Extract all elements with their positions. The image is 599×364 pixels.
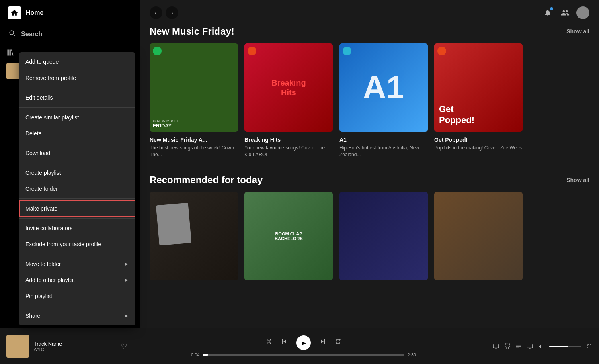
nav-buttons: ‹ › xyxy=(150,6,178,19)
context-menu-item-10[interactable]: Exclude from your taste profile xyxy=(19,236,135,252)
friends-button[interactable] xyxy=(559,6,572,19)
card-row1-2[interactable]: A1 A1 Hip-Hop's hottest from Australia, … xyxy=(339,43,428,158)
section-title-1: New Music Friday! xyxy=(150,26,234,37)
section-recommended: Recommended for today Show all BOOM CLAP… xyxy=(140,168,599,285)
card-title-2: A1 xyxy=(339,137,428,143)
player-info: Track Name Artist xyxy=(34,341,116,352)
card-title-1: Breaking Hits xyxy=(244,137,333,143)
card-image-1: BreakingHits xyxy=(244,43,333,132)
svg-point-2 xyxy=(155,49,159,53)
forward-button[interactable]: › xyxy=(166,6,178,19)
card-row2-3[interactable] xyxy=(434,192,523,285)
card-row2-2[interactable] xyxy=(339,192,428,285)
cards-row-1: ⊕ NEW MUSIC FRIDAY New Music Friday A...… xyxy=(150,43,589,158)
context-menu-item-13[interactable]: Pin playlist xyxy=(19,288,135,304)
player-track: Track Name xyxy=(34,341,116,347)
search-label: Search xyxy=(21,31,42,38)
context-menu-item-0[interactable]: Add to queue xyxy=(19,54,135,70)
section-header-2: Recommended for today Show all xyxy=(150,174,589,186)
menu-divider-1 xyxy=(19,88,135,88)
menu-divider-13 xyxy=(19,306,135,306)
context-menu-item-7[interactable]: Create folder xyxy=(19,181,135,197)
progress-row: 0:04 2:30 xyxy=(191,352,416,357)
home-label: Home xyxy=(26,9,43,16)
svg-rect-1 xyxy=(10,50,11,56)
rec-card-image-0 xyxy=(150,192,238,280)
main-header: ‹ › xyxy=(140,0,599,19)
context-menu-item-12[interactable]: Add to other playlist► xyxy=(19,272,135,288)
context-menu-item-1[interactable]: Remove from profile xyxy=(19,70,135,86)
menu-divider-4 xyxy=(19,143,135,143)
context-menu-item-5[interactable]: Download xyxy=(19,145,135,161)
time-current: 0:04 xyxy=(191,352,199,357)
menu-divider-8 xyxy=(19,218,135,219)
sidebar-search[interactable]: Search xyxy=(0,26,140,45)
section-header-1: New Music Friday! Show all xyxy=(150,26,589,37)
player-left: Track Name Artist ♡ xyxy=(6,335,127,358)
player-artist: Artist xyxy=(34,347,116,352)
main-content: ‹ › New Music Friday! Show all xyxy=(140,0,599,346)
volume-fill xyxy=(549,346,568,347)
context-menu: Add to queueRemove from profileEdit deta… xyxy=(19,52,135,325)
card-image-3: GetPopped! xyxy=(434,43,523,132)
context-menu-item-4[interactable]: Delete xyxy=(19,125,135,141)
search-icon xyxy=(8,29,16,39)
card-row1-1[interactable]: BreakingHits Breaking Hits Your new favo… xyxy=(244,43,333,158)
notifications-button[interactable] xyxy=(541,6,554,19)
user-avatar[interactable] xyxy=(576,6,589,19)
cards-row-2: BOOM CLAPBACHELORS xyxy=(150,192,589,285)
context-menu-item-11[interactable]: Move to folder► xyxy=(19,256,135,272)
show-all-button-1[interactable]: Show all xyxy=(566,28,589,35)
menu-divider-5 xyxy=(19,163,135,163)
context-menu-item-2[interactable]: Edit details xyxy=(19,90,135,106)
back-button[interactable]: ‹ xyxy=(150,6,162,19)
card-desc-0: The best new songs of the week! Cover: T… xyxy=(150,145,238,158)
show-all-button-2[interactable]: Show all xyxy=(566,177,589,183)
header-right xyxy=(541,6,589,19)
card-image-0: ⊕ NEW MUSIC FRIDAY xyxy=(150,43,238,132)
card-title-0: New Music Friday A... xyxy=(150,137,238,143)
context-menu-item-9[interactable]: Invite collaborators xyxy=(19,220,135,236)
card-row1-3[interactable]: GetPopped! Get Popped! Pop hits in the m… xyxy=(434,43,523,158)
submenu-arrow: ► xyxy=(124,261,129,267)
menu-divider-10 xyxy=(19,254,135,254)
home-icon xyxy=(8,6,21,19)
context-menu-item-6[interactable]: Create playlist xyxy=(19,165,135,181)
card-row2-0[interactable] xyxy=(150,192,238,285)
card-row1-0[interactable]: ⊕ NEW MUSIC FRIDAY New Music Friday A...… xyxy=(150,43,238,158)
context-menu-item-14[interactable]: Share► xyxy=(19,308,135,324)
volume-bar[interactable] xyxy=(549,346,581,347)
menu-divider-2 xyxy=(19,107,135,108)
time-total: 2:30 xyxy=(408,352,416,357)
card-row2-1[interactable]: BOOM CLAPBACHELORS xyxy=(244,192,333,285)
progress-fill xyxy=(203,354,208,356)
svg-rect-0 xyxy=(8,50,9,56)
section-title-2: Recommended for today xyxy=(150,174,263,186)
rec-card-image-1: BOOM CLAPBACHELORS xyxy=(244,192,333,280)
menu-divider-7 xyxy=(19,198,135,199)
card-title-3: Get Popped! xyxy=(434,137,523,143)
submenu-arrow: ► xyxy=(124,313,129,319)
like-button[interactable]: ♡ xyxy=(121,342,127,351)
progress-bar[interactable] xyxy=(203,354,404,356)
rec-card-image-2 xyxy=(339,192,428,280)
context-menu-item-3[interactable]: Create similar playlist xyxy=(19,109,135,125)
card-desc-1: Your new favourite songs! Cover: The Kid… xyxy=(244,145,333,158)
notification-dot xyxy=(550,7,553,10)
section-new-music-friday: New Music Friday! Show all ⊕ NEW MUSIC F… xyxy=(140,19,599,158)
rec-card-image-3 xyxy=(434,192,523,280)
card-desc-3: Pop hits in the making! Cover: Zoe Wees xyxy=(434,145,523,151)
sidebar-home[interactable]: Home xyxy=(0,0,140,26)
context-menu-item-8[interactable]: Make private xyxy=(19,200,135,217)
card-desc-2: Hip-Hop's hottest from Australia, New Ze… xyxy=(339,145,428,158)
submenu-arrow: ► xyxy=(124,277,129,283)
player-thumbnail xyxy=(6,335,29,358)
card-image-2: A1 xyxy=(339,43,428,132)
main-scroll[interactable]: ‹ › New Music Friday! Show all xyxy=(140,0,599,346)
